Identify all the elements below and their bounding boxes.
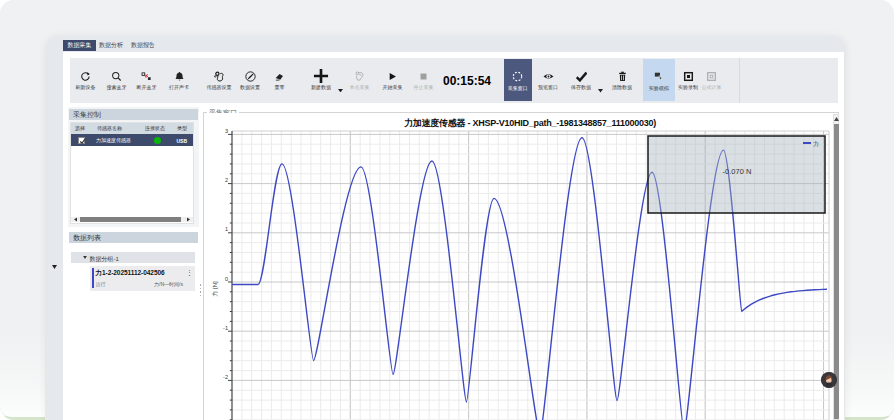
svg-text:1: 1 xyxy=(225,226,228,232)
svg-text:-1: -1 xyxy=(223,325,228,331)
svg-text:-0.070 N: -0.070 N xyxy=(723,167,752,176)
svg-text:力: 力 xyxy=(813,141,819,147)
svg-text:力加速度传感器 - XHSP-V10HID_path_-19: 力加速度传感器 - XHSP-V10HID_path_-1981348857_1… xyxy=(403,118,656,128)
svg-text:2: 2 xyxy=(225,177,228,183)
svg-text:0: 0 xyxy=(225,276,228,282)
svg-text:-2: -2 xyxy=(223,374,228,380)
svg-text:力 [N]: 力 [N] xyxy=(212,281,218,297)
svg-text:3: 3 xyxy=(225,128,228,134)
